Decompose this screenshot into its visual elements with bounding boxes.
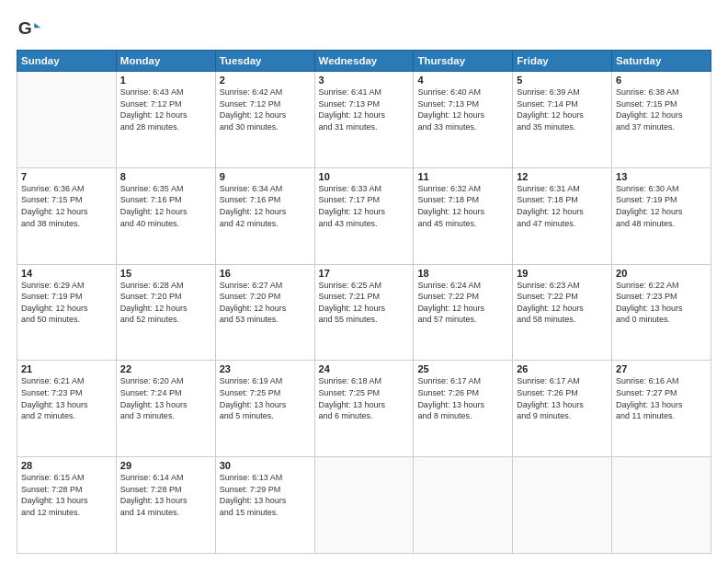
day-number: 6 bbox=[616, 75, 707, 86]
calendar-cell: 13Sunrise: 6:30 AM Sunset: 7:19 PM Dayli… bbox=[612, 167, 711, 264]
calendar-week-row: 21Sunrise: 6:21 AM Sunset: 7:23 PM Dayli… bbox=[17, 361, 711, 457]
calendar-cell bbox=[612, 457, 711, 554]
day-number: 18 bbox=[417, 268, 508, 279]
day-number: 4 bbox=[417, 75, 508, 86]
calendar-cell: 23Sunrise: 6:19 AM Sunset: 7:25 PM Dayli… bbox=[215, 361, 314, 457]
svg-marker-1 bbox=[34, 23, 40, 28]
calendar-cell: 22Sunrise: 6:20 AM Sunset: 7:24 PM Dayli… bbox=[116, 361, 215, 457]
day-info: Sunrise: 6:30 AM Sunset: 7:19 PM Dayligh… bbox=[616, 183, 707, 229]
calendar-table: SundayMondayTuesdayWednesdayThursdayFrid… bbox=[17, 50, 711, 554]
calendar-cell: 17Sunrise: 6:25 AM Sunset: 7:21 PM Dayli… bbox=[314, 264, 414, 361]
day-info: Sunrise: 6:22 AM Sunset: 7:23 PM Dayligh… bbox=[616, 280, 707, 326]
day-info: Sunrise: 6:33 AM Sunset: 7:17 PM Dayligh… bbox=[319, 183, 410, 229]
calendar-cell: 1Sunrise: 6:43 AM Sunset: 7:12 PM Daylig… bbox=[116, 72, 215, 168]
day-info: Sunrise: 6:21 AM Sunset: 7:23 PM Dayligh… bbox=[21, 375, 112, 421]
calendar-cell bbox=[17, 72, 117, 168]
calendar-cell: 9Sunrise: 6:34 AM Sunset: 7:16 PM Daylig… bbox=[215, 167, 314, 264]
day-number: 10 bbox=[319, 171, 410, 182]
day-info: Sunrise: 6:23 AM Sunset: 7:22 PM Dayligh… bbox=[517, 280, 608, 326]
calendar-header-row: SundayMondayTuesdayWednesdayThursdayFrid… bbox=[17, 51, 711, 72]
day-info: Sunrise: 6:17 AM Sunset: 7:26 PM Dayligh… bbox=[417, 375, 508, 421]
day-info: Sunrise: 6:15 AM Sunset: 7:28 PM Dayligh… bbox=[21, 472, 112, 518]
calendar-week-row: 7Sunrise: 6:36 AM Sunset: 7:15 PM Daylig… bbox=[17, 167, 711, 264]
calendar-cell: 7Sunrise: 6:36 AM Sunset: 7:15 PM Daylig… bbox=[17, 167, 117, 264]
day-info: Sunrise: 6:40 AM Sunset: 7:13 PM Dayligh… bbox=[417, 86, 508, 132]
svg-text:G: G bbox=[18, 18, 32, 38]
calendar-cell: 26Sunrise: 6:17 AM Sunset: 7:26 PM Dayli… bbox=[513, 361, 612, 457]
day-info: Sunrise: 6:28 AM Sunset: 7:20 PM Dayligh… bbox=[120, 280, 211, 326]
day-of-week-header: Friday bbox=[513, 51, 612, 72]
day-info: Sunrise: 6:39 AM Sunset: 7:14 PM Dayligh… bbox=[517, 86, 608, 132]
day-of-week-header: Saturday bbox=[612, 51, 711, 72]
calendar-week-row: 28Sunrise: 6:15 AM Sunset: 7:28 PM Dayli… bbox=[17, 457, 711, 554]
calendar-cell bbox=[513, 457, 612, 554]
day-info: Sunrise: 6:32 AM Sunset: 7:18 PM Dayligh… bbox=[417, 183, 508, 229]
day-of-week-header: Wednesday bbox=[314, 51, 414, 72]
day-number: 27 bbox=[616, 363, 707, 374]
calendar-cell: 16Sunrise: 6:27 AM Sunset: 7:20 PM Dayli… bbox=[215, 264, 314, 361]
day-number: 17 bbox=[319, 268, 410, 279]
day-number: 21 bbox=[21, 363, 112, 374]
calendar-cell: 4Sunrise: 6:40 AM Sunset: 7:13 PM Daylig… bbox=[414, 72, 513, 168]
day-info: Sunrise: 6:24 AM Sunset: 7:22 PM Dayligh… bbox=[417, 280, 508, 326]
calendar-cell: 19Sunrise: 6:23 AM Sunset: 7:22 PM Dayli… bbox=[513, 264, 612, 361]
day-of-week-header: Tuesday bbox=[215, 51, 314, 72]
day-number: 30 bbox=[220, 460, 311, 471]
calendar-cell: 15Sunrise: 6:28 AM Sunset: 7:20 PM Dayli… bbox=[116, 264, 215, 361]
calendar-cell: 11Sunrise: 6:32 AM Sunset: 7:18 PM Dayli… bbox=[414, 167, 513, 264]
day-of-week-header: Monday bbox=[116, 51, 215, 72]
day-number: 3 bbox=[319, 75, 410, 86]
calendar-cell: 14Sunrise: 6:29 AM Sunset: 7:19 PM Dayli… bbox=[17, 264, 117, 361]
calendar-cell: 3Sunrise: 6:41 AM Sunset: 7:13 PM Daylig… bbox=[314, 72, 414, 168]
calendar-cell: 21Sunrise: 6:21 AM Sunset: 7:23 PM Dayli… bbox=[17, 361, 117, 457]
calendar-cell bbox=[314, 457, 414, 554]
day-info: Sunrise: 6:36 AM Sunset: 7:15 PM Dayligh… bbox=[21, 183, 112, 229]
calendar-cell: 2Sunrise: 6:42 AM Sunset: 7:12 PM Daylig… bbox=[215, 72, 314, 168]
day-info: Sunrise: 6:34 AM Sunset: 7:16 PM Dayligh… bbox=[220, 183, 311, 229]
calendar-week-row: 1Sunrise: 6:43 AM Sunset: 7:12 PM Daylig… bbox=[17, 72, 711, 168]
day-number: 23 bbox=[220, 363, 311, 374]
calendar-cell: 8Sunrise: 6:35 AM Sunset: 7:16 PM Daylig… bbox=[116, 167, 215, 264]
day-info: Sunrise: 6:42 AM Sunset: 7:12 PM Dayligh… bbox=[220, 86, 311, 132]
day-info: Sunrise: 6:17 AM Sunset: 7:26 PM Dayligh… bbox=[517, 375, 608, 421]
calendar-cell: 27Sunrise: 6:16 AM Sunset: 7:27 PM Dayli… bbox=[612, 361, 711, 457]
day-info: Sunrise: 6:29 AM Sunset: 7:19 PM Dayligh… bbox=[21, 280, 112, 326]
day-number: 12 bbox=[517, 171, 608, 182]
day-number: 15 bbox=[120, 268, 211, 279]
day-number: 22 bbox=[120, 363, 211, 374]
day-number: 9 bbox=[220, 171, 311, 182]
day-number: 5 bbox=[517, 75, 608, 86]
calendar-cell: 28Sunrise: 6:15 AM Sunset: 7:28 PM Dayli… bbox=[17, 457, 117, 554]
day-info: Sunrise: 6:27 AM Sunset: 7:20 PM Dayligh… bbox=[220, 280, 311, 326]
day-info: Sunrise: 6:35 AM Sunset: 7:16 PM Dayligh… bbox=[120, 183, 211, 229]
calendar-week-row: 14Sunrise: 6:29 AM Sunset: 7:19 PM Dayli… bbox=[17, 264, 711, 361]
day-of-week-header: Sunday bbox=[17, 51, 117, 72]
day-info: Sunrise: 6:31 AM Sunset: 7:18 PM Dayligh… bbox=[517, 183, 608, 229]
day-info: Sunrise: 6:18 AM Sunset: 7:25 PM Dayligh… bbox=[319, 375, 410, 421]
calendar-cell: 6Sunrise: 6:38 AM Sunset: 7:15 PM Daylig… bbox=[612, 72, 711, 168]
calendar-cell: 25Sunrise: 6:17 AM Sunset: 7:26 PM Dayli… bbox=[414, 361, 513, 457]
logo-icon: G bbox=[17, 17, 42, 42]
day-info: Sunrise: 6:19 AM Sunset: 7:25 PM Dayligh… bbox=[220, 375, 311, 421]
day-info: Sunrise: 6:16 AM Sunset: 7:27 PM Dayligh… bbox=[616, 375, 707, 421]
calendar-cell: 5Sunrise: 6:39 AM Sunset: 7:14 PM Daylig… bbox=[513, 72, 612, 168]
logo: G bbox=[17, 17, 46, 42]
day-number: 16 bbox=[220, 268, 311, 279]
day-number: 19 bbox=[517, 268, 608, 279]
day-number: 2 bbox=[220, 75, 311, 86]
day-number: 20 bbox=[616, 268, 707, 279]
day-info: Sunrise: 6:43 AM Sunset: 7:12 PM Dayligh… bbox=[120, 86, 211, 132]
calendar-cell: 24Sunrise: 6:18 AM Sunset: 7:25 PM Dayli… bbox=[314, 361, 414, 457]
calendar-cell: 18Sunrise: 6:24 AM Sunset: 7:22 PM Dayli… bbox=[414, 264, 513, 361]
day-number: 14 bbox=[21, 268, 112, 279]
day-info: Sunrise: 6:14 AM Sunset: 7:28 PM Dayligh… bbox=[120, 472, 211, 518]
day-number: 24 bbox=[319, 363, 410, 374]
page: G SundayMondayTuesdayWednesdayThursdayFr… bbox=[0, 0, 728, 563]
day-number: 25 bbox=[417, 363, 508, 374]
calendar-cell: 30Sunrise: 6:13 AM Sunset: 7:29 PM Dayli… bbox=[215, 457, 314, 554]
day-info: Sunrise: 6:25 AM Sunset: 7:21 PM Dayligh… bbox=[319, 280, 410, 326]
day-info: Sunrise: 6:13 AM Sunset: 7:29 PM Dayligh… bbox=[220, 472, 311, 518]
calendar-cell: 20Sunrise: 6:22 AM Sunset: 7:23 PM Dayli… bbox=[612, 264, 711, 361]
day-number: 1 bbox=[120, 75, 211, 86]
calendar-cell: 12Sunrise: 6:31 AM Sunset: 7:18 PM Dayli… bbox=[513, 167, 612, 264]
